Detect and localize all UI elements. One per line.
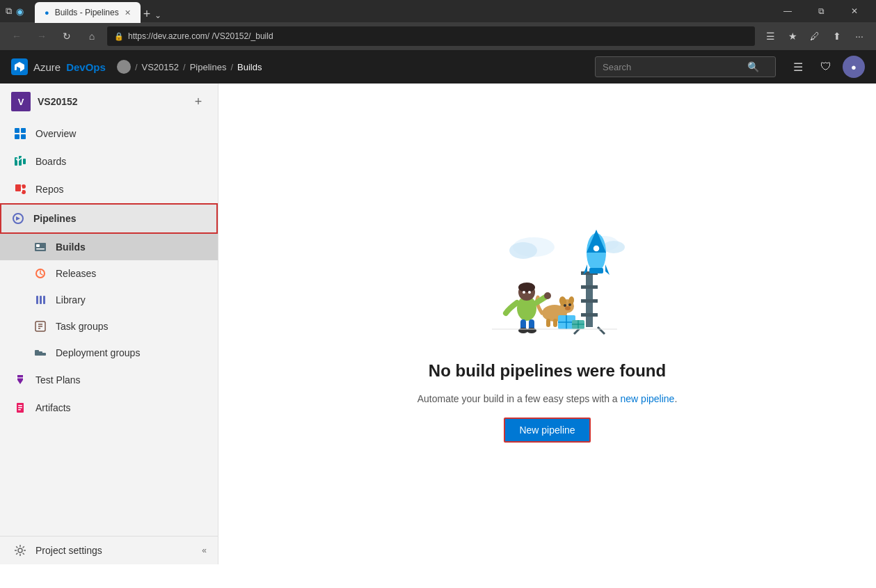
sidebar-item-boards[interactable]: Boards (0, 148, 218, 175)
nav-actions: ☰ ★ 🖊 ⬆ ··· (760, 26, 869, 46)
help-icon[interactable]: 🛡 (815, 56, 837, 78)
project-name: VS20152 (38, 96, 183, 107)
address-bar[interactable]: 🔒 https://dev.azure.com/ /VS20152/_build (107, 26, 755, 46)
svg-point-72 (544, 292, 551, 299)
app-container: Azure DevOps / VS20152 / Pipelines / Bui… (0, 50, 876, 564)
svg-rect-59 (546, 319, 550, 327)
active-tab[interactable]: ● Builds - Pipelines ✕ (35, 2, 141, 23)
share-icon[interactable]: ⬆ (827, 26, 847, 46)
sidebar-item-settings[interactable]: Project settings « (0, 537, 218, 564)
new-pipeline-link[interactable]: new pipeline (621, 393, 675, 404)
user-avatar[interactable]: ● (843, 56, 865, 78)
org-avatar (117, 60, 131, 74)
window-controls: — ⧉ ✕ (772, 1, 870, 22)
sidebar-item-releases[interactable]: Releases (0, 260, 218, 287)
sidebar-item-overview[interactable]: Overview (0, 120, 218, 148)
sidebar-item-pipelines[interactable]: Pipelines (0, 203, 218, 234)
search-icon[interactable]: 🔍 (747, 61, 759, 72)
sidebar-item-builds[interactable]: Builds (0, 234, 218, 260)
favorites-icon[interactable]: ★ (783, 26, 802, 46)
tab-menu-button[interactable]: ⌄ (154, 10, 161, 23)
svg-rect-21 (43, 296, 45, 304)
breadcrumb: / VS20152 / Pipelines / Builds (117, 60, 584, 74)
search-input[interactable] (603, 62, 742, 72)
svg-point-67 (528, 291, 531, 294)
svg-rect-8 (15, 184, 21, 191)
back-pages-icon: ⧉ (6, 6, 12, 17)
empty-state-title: No build pipelines were found (429, 361, 666, 381)
breadcrumb-sep3: / (230, 62, 233, 72)
browser-titlebar: ⧉ ◉ ● Builds - Pipelines ✕ + ⌄ — ⧉ ✕ (0, 0, 876, 22)
add-project-button[interactable]: + (190, 93, 207, 110)
svg-rect-15 (35, 243, 46, 251)
sidebar-item-testplans[interactable]: Test Plans (0, 366, 218, 394)
reading-list-icon[interactable]: ☰ (760, 26, 780, 46)
svg-rect-60 (553, 319, 557, 327)
tab-title: Builds - Pipelines (55, 8, 119, 17)
repos-icon (13, 182, 27, 196)
more-button[interactable]: ··· (850, 26, 869, 46)
svg-point-57 (568, 303, 571, 306)
sidebar-item-repos[interactable]: Repos (0, 175, 218, 203)
library-label: Library (56, 294, 86, 305)
svg-point-56 (564, 304, 566, 307)
empty-subtitle-post: . (674, 393, 677, 404)
svg-rect-32 (18, 407, 22, 408)
azure-devops-logo-icon (11, 58, 28, 75)
refresh-button[interactable]: ↻ (57, 26, 77, 46)
builds-icon (33, 240, 47, 254)
artifacts-icon (13, 401, 27, 415)
boards-icon (13, 154, 27, 168)
svg-point-58 (565, 306, 571, 310)
notifications-icon[interactable]: ☰ (787, 56, 809, 78)
tab-icon: ◉ (16, 6, 24, 17)
empty-illustration (450, 205, 645, 344)
breadcrumb-project-link[interactable]: VS20152 (142, 62, 180, 72)
deployment-icon (33, 346, 47, 360)
svg-rect-42 (581, 299, 598, 303)
svg-rect-31 (18, 405, 22, 406)
tab-close-button[interactable]: ✕ (125, 8, 131, 17)
sidebar-item-library[interactable]: Library (0, 287, 218, 313)
svg-rect-17 (36, 248, 45, 250)
library-icon (33, 293, 47, 307)
tab-bar: ● Builds - Pipelines ✕ + ⌄ (29, 0, 766, 23)
sidebar-bottom: Project settings « (0, 536, 218, 564)
minimize-button[interactable]: — (772, 1, 804, 22)
home-button[interactable]: ⌂ (82, 26, 102, 46)
empty-state: No build pipelines were found Automate y… (417, 205, 678, 443)
close-button[interactable]: ✕ (838, 1, 870, 22)
new-pipeline-button[interactable]: New pipeline (504, 418, 590, 443)
svg-rect-33 (18, 409, 21, 411)
forward-button[interactable]: → (32, 26, 51, 46)
svg-rect-5 (15, 157, 17, 166)
svg-marker-50 (605, 264, 610, 275)
app-logo[interactable]: Azure DevOps (11, 58, 106, 75)
taskgroups-icon (33, 319, 47, 333)
svg-rect-51 (589, 268, 603, 273)
overview-label: Overview (35, 128, 76, 139)
new-tab-button[interactable]: + (143, 8, 151, 23)
sidebar-item-taskgroups[interactable]: Task groups (0, 313, 218, 340)
content-area: No build pipelines were found Automate y… (218, 84, 876, 564)
overview-icon (13, 127, 27, 141)
deployment-label: Deployment groups (56, 347, 140, 358)
restore-button[interactable]: ⧉ (805, 1, 837, 22)
breadcrumb-pipelines-link[interactable]: Pipelines (190, 62, 227, 72)
svg-rect-3 (15, 134, 19, 139)
tab-favicon: ● (45, 8, 49, 17)
collections-icon[interactable]: 🖊 (805, 26, 825, 46)
releases-icon (33, 267, 47, 280)
svg-rect-20 (40, 296, 42, 304)
browser-nav: ← → ↻ ⌂ 🔒 https://dev.azure.com/ /VS2015… (0, 22, 876, 50)
sidebar-item-artifacts[interactable]: Artifacts (0, 394, 218, 422)
breadcrumb-current: Builds (237, 62, 262, 72)
search-box[interactable]: 🔍 (595, 56, 776, 77)
sidebar-item-deployment[interactable]: Deployment groups (0, 340, 218, 366)
back-button[interactable]: ← (7, 26, 26, 46)
repos-label: Repos (35, 184, 63, 195)
url-text: https://dev.azure.com/ /VS20152/_build (128, 31, 273, 41)
svg-point-36 (509, 242, 537, 259)
svg-rect-41 (581, 285, 598, 289)
collapse-icon[interactable]: « (202, 546, 207, 555)
